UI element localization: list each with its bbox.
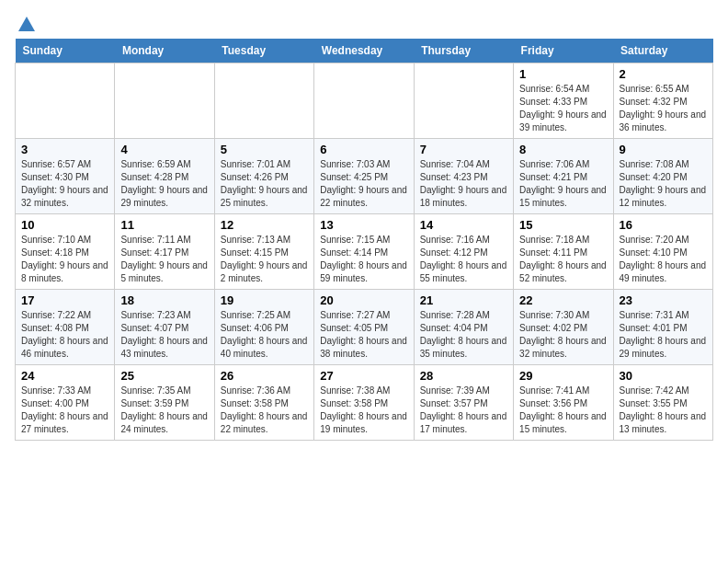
- day-number: 8: [519, 143, 607, 156]
- weekday-header-sunday: Sunday: [16, 39, 115, 63]
- day-info: Sunrise: 7:16 AM Sunset: 4:12 PM Dayligh…: [420, 234, 507, 285]
- day-info: Sunrise: 7:35 AM Sunset: 3:59 PM Dayligh…: [120, 385, 208, 436]
- calendar-cell: 18Sunrise: 7:23 AM Sunset: 4:07 PM Dayli…: [115, 290, 214, 365]
- calendar-cell: 27Sunrise: 7:38 AM Sunset: 3:58 PM Dayli…: [314, 365, 414, 441]
- calendar-cell: 30Sunrise: 7:42 AM Sunset: 3:55 PM Dayli…: [613, 365, 712, 441]
- calendar-week-2: 3Sunrise: 6:57 AM Sunset: 4:30 PM Daylig…: [16, 139, 713, 214]
- day-number: 1: [519, 67, 607, 81]
- calendar-cell: 15Sunrise: 7:18 AM Sunset: 4:11 PM Dayli…: [514, 214, 613, 290]
- calendar-cell: 16Sunrise: 7:20 AM Sunset: 4:10 PM Dayli…: [613, 214, 712, 290]
- day-info: Sunrise: 7:38 AM Sunset: 3:58 PM Dayligh…: [320, 385, 407, 436]
- day-info: Sunrise: 7:36 AM Sunset: 3:58 PM Dayligh…: [221, 385, 308, 436]
- weekday-header-saturday: Saturday: [613, 39, 712, 63]
- calendar-cell: 13Sunrise: 7:15 AM Sunset: 4:14 PM Dayli…: [314, 214, 414, 290]
- day-info: Sunrise: 7:30 AM Sunset: 4:02 PM Dayligh…: [519, 309, 607, 361]
- day-number: 2: [620, 67, 707, 81]
- day-number: 13: [320, 218, 407, 232]
- day-info: Sunrise: 7:22 AM Sunset: 4:08 PM Dayligh…: [21, 309, 108, 361]
- calendar-week-1: 1Sunrise: 6:54 AM Sunset: 4:33 PM Daylig…: [16, 63, 713, 139]
- calendar-cell: 12Sunrise: 7:13 AM Sunset: 4:15 PM Dayli…: [214, 214, 313, 290]
- calendar-cell: 5Sunrise: 7:01 AM Sunset: 4:26 PM Daylig…: [214, 139, 313, 214]
- calendar-cell: 25Sunrise: 7:35 AM Sunset: 3:59 PM Dayli…: [115, 365, 214, 441]
- day-number: 16: [620, 218, 707, 232]
- day-number: 7: [420, 143, 507, 156]
- weekday-header-tuesday: Tuesday: [214, 39, 313, 63]
- calendar-cell: 2Sunrise: 6:55 AM Sunset: 4:32 PM Daylig…: [613, 63, 712, 139]
- calendar-cell: 14Sunrise: 7:16 AM Sunset: 4:12 PM Dayli…: [414, 214, 513, 290]
- day-info: Sunrise: 6:59 AM Sunset: 4:28 PM Dayligh…: [120, 158, 208, 210]
- day-info: Sunrise: 7:27 AM Sunset: 4:05 PM Dayligh…: [320, 309, 407, 361]
- day-info: Sunrise: 7:33 AM Sunset: 4:00 PM Dayligh…: [21, 385, 108, 436]
- calendar-cell: 4Sunrise: 6:59 AM Sunset: 4:28 PM Daylig…: [115, 139, 214, 214]
- day-info: Sunrise: 7:25 AM Sunset: 4:06 PM Dayligh…: [221, 309, 308, 361]
- calendar-cell: 28Sunrise: 7:39 AM Sunset: 3:57 PM Dayli…: [414, 365, 513, 441]
- calendar-cell: 1Sunrise: 6:54 AM Sunset: 4:33 PM Daylig…: [514, 63, 613, 139]
- calendar-cell: 26Sunrise: 7:36 AM Sunset: 3:58 PM Dayli…: [214, 365, 313, 441]
- day-number: 29: [519, 369, 607, 383]
- calendar-table: SundayMondayTuesdayWednesdayThursdayFrid…: [15, 39, 713, 441]
- day-info: Sunrise: 6:54 AM Sunset: 4:33 PM Dayligh…: [519, 83, 607, 134]
- calendar-cell: [214, 63, 313, 139]
- day-number: 28: [420, 369, 507, 383]
- calendar-cell: [414, 63, 513, 139]
- day-info: Sunrise: 7:39 AM Sunset: 3:57 PM Dayligh…: [420, 385, 507, 436]
- day-number: 17: [21, 293, 108, 307]
- calendar-cell: 20Sunrise: 7:27 AM Sunset: 4:05 PM Dayli…: [314, 290, 414, 365]
- day-number: 22: [519, 293, 607, 307]
- day-number: 25: [120, 369, 208, 383]
- calendar-header-row: SundayMondayTuesdayWednesdayThursdayFrid…: [16, 39, 713, 63]
- calendar-cell: 3Sunrise: 6:57 AM Sunset: 4:30 PM Daylig…: [16, 139, 115, 214]
- day-info: Sunrise: 7:20 AM Sunset: 4:10 PM Dayligh…: [620, 234, 707, 285]
- page-header: [15, 15, 713, 35]
- day-info: Sunrise: 6:55 AM Sunset: 4:32 PM Dayligh…: [620, 83, 707, 134]
- day-info: Sunrise: 7:11 AM Sunset: 4:17 PM Dayligh…: [120, 234, 208, 285]
- day-info: Sunrise: 7:42 AM Sunset: 3:55 PM Dayligh…: [620, 385, 707, 436]
- day-info: Sunrise: 7:28 AM Sunset: 4:04 PM Dayligh…: [420, 309, 507, 361]
- weekday-header-monday: Monday: [115, 39, 214, 63]
- day-info: Sunrise: 7:31 AM Sunset: 4:01 PM Dayligh…: [620, 309, 707, 361]
- day-number: 5: [221, 143, 308, 156]
- calendar-cell: 17Sunrise: 7:22 AM Sunset: 4:08 PM Dayli…: [16, 290, 115, 365]
- calendar-cell: 9Sunrise: 7:08 AM Sunset: 4:20 PM Daylig…: [613, 139, 712, 214]
- day-number: 12: [221, 218, 308, 232]
- day-number: 21: [420, 293, 507, 307]
- day-number: 20: [320, 293, 407, 307]
- day-number: 15: [519, 218, 607, 232]
- day-number: 19: [221, 293, 308, 307]
- calendar-cell: 24Sunrise: 7:33 AM Sunset: 4:00 PM Dayli…: [16, 365, 115, 441]
- day-info: Sunrise: 7:23 AM Sunset: 4:07 PM Dayligh…: [120, 309, 208, 361]
- calendar-cell: 6Sunrise: 7:03 AM Sunset: 4:25 PM Daylig…: [314, 139, 414, 214]
- day-number: 27: [320, 369, 407, 383]
- logo: [15, 15, 37, 35]
- calendar-cell: [115, 63, 214, 139]
- day-info: Sunrise: 7:41 AM Sunset: 3:56 PM Dayligh…: [519, 385, 607, 436]
- day-number: 3: [21, 143, 108, 156]
- day-number: 6: [320, 143, 407, 156]
- day-info: Sunrise: 7:10 AM Sunset: 4:18 PM Dayligh…: [21, 234, 108, 285]
- day-number: 9: [620, 143, 707, 156]
- day-number: 26: [221, 369, 308, 383]
- calendar-cell: 8Sunrise: 7:06 AM Sunset: 4:21 PM Daylig…: [514, 139, 613, 214]
- day-number: 18: [120, 293, 208, 307]
- day-info: Sunrise: 7:01 AM Sunset: 4:26 PM Dayligh…: [221, 158, 308, 210]
- weekday-header-thursday: Thursday: [414, 39, 513, 63]
- calendar-cell: 22Sunrise: 7:30 AM Sunset: 4:02 PM Dayli…: [514, 290, 613, 365]
- day-info: Sunrise: 7:03 AM Sunset: 4:25 PM Dayligh…: [320, 158, 407, 210]
- calendar-cell: 21Sunrise: 7:28 AM Sunset: 4:04 PM Dayli…: [414, 290, 513, 365]
- day-number: 24: [21, 369, 108, 383]
- calendar-week-5: 24Sunrise: 7:33 AM Sunset: 4:00 PM Dayli…: [16, 365, 713, 441]
- day-info: Sunrise: 7:04 AM Sunset: 4:23 PM Dayligh…: [420, 158, 507, 210]
- day-info: Sunrise: 7:13 AM Sunset: 4:15 PM Dayligh…: [221, 234, 308, 285]
- day-number: 10: [21, 218, 108, 232]
- calendar-cell: 23Sunrise: 7:31 AM Sunset: 4:01 PM Dayli…: [613, 290, 712, 365]
- day-number: 23: [620, 293, 707, 307]
- calendar-cell: 19Sunrise: 7:25 AM Sunset: 4:06 PM Dayli…: [214, 290, 313, 365]
- day-info: Sunrise: 7:06 AM Sunset: 4:21 PM Dayligh…: [519, 158, 607, 210]
- day-number: 11: [120, 218, 208, 232]
- calendar-cell: 7Sunrise: 7:04 AM Sunset: 4:23 PM Daylig…: [414, 139, 513, 214]
- day-info: Sunrise: 7:08 AM Sunset: 4:20 PM Dayligh…: [620, 158, 707, 210]
- day-info: Sunrise: 7:18 AM Sunset: 4:11 PM Dayligh…: [519, 234, 607, 285]
- day-number: 30: [620, 369, 707, 383]
- day-number: 4: [120, 143, 208, 156]
- calendar-cell: [16, 63, 115, 139]
